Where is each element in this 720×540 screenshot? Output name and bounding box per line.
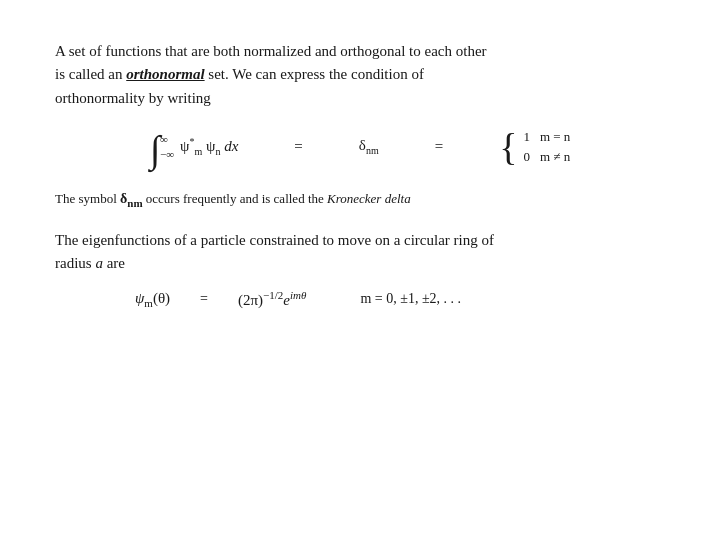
integral-expression: ∫ ∞ −∞ ψ*m ψn dx (150, 128, 239, 166)
exponent-neg-half: −1/2 (263, 289, 283, 301)
psi-m-theta: ψm(θ) (135, 290, 170, 309)
paragraph-eigenfunctions: The eigenfunctions of a particle constra… (55, 229, 665, 276)
brace-piecewise: { 1 m = n 0 m ≠ n (499, 128, 570, 166)
brace-cond-0: m ≠ n (540, 149, 570, 165)
delta-nm: δnm (359, 137, 379, 156)
page-content: A set of functions that are both normali… (0, 0, 720, 540)
nm-subscript: nm (366, 145, 379, 156)
equals-sign-1: = (294, 138, 302, 155)
psi-n-sub: n (215, 146, 220, 157)
integral-sign: ∫ (150, 130, 160, 168)
math-equation-2: ψm(θ) = (2π)−1/2eimθ m = 0, ±1, ±2, . . … (135, 289, 665, 309)
integral-limits: ∞ −∞ (160, 133, 174, 161)
brace-cond-1: m = n (540, 129, 570, 145)
paragraph-orthonormal: A set of functions that are both normali… (55, 40, 665, 110)
kronecker-delta-description: The symbol δnm occurs frequently and is … (55, 188, 665, 211)
equals-sign-3: = (200, 291, 208, 307)
integrand: ψ*m ψn dx (180, 136, 238, 157)
para2-line1: The eigenfunctions of a particle constra… (55, 232, 494, 248)
para1-line1: A set of functions that are both normali… (55, 43, 487, 59)
upper-limit: ∞ (160, 133, 168, 146)
lower-limit: −∞ (160, 148, 174, 161)
orthonormal-word: orthonormal (126, 66, 204, 82)
psi-sub-m: m (144, 297, 153, 309)
para2-italic-a: a (95, 255, 103, 271)
para2-line2-end: are (103, 255, 125, 271)
kronecker-middle: occurs frequently and is called the (143, 191, 327, 206)
brace-case-0: 0 m ≠ n (523, 149, 570, 165)
para1-line2-suffix: set. We can express the condition of (205, 66, 424, 82)
math-equation-1: ∫ ∞ −∞ ψ*m ψn dx = δnm = { 1 m (55, 128, 665, 166)
m-range-text: m = 0, ±1, ±2, . . . (360, 291, 461, 307)
brace-case-1: 1 m = n (523, 129, 570, 145)
brace-cases: 1 m = n 0 m ≠ n (523, 129, 570, 165)
brace-val-1: 1 (523, 129, 530, 145)
para2-line2: radius (55, 255, 95, 271)
kronecker-prefix: The symbol (55, 191, 120, 206)
para1-line2-prefix: is called an (55, 66, 126, 82)
brace-val-0: 0 (523, 149, 530, 165)
equals-sign-2: = (435, 138, 443, 155)
kronecker-italic: Kronecker delta (327, 191, 411, 206)
left-brace: { (499, 128, 517, 166)
nm-bold-sub: nm (127, 196, 142, 208)
psi-m-sub: m (195, 146, 203, 157)
exponent-imtheta: imθ (290, 289, 306, 301)
para1-line3: orthonormality by writing (55, 90, 211, 106)
psi-rhs: (2π)−1/2eimθ (238, 289, 306, 309)
